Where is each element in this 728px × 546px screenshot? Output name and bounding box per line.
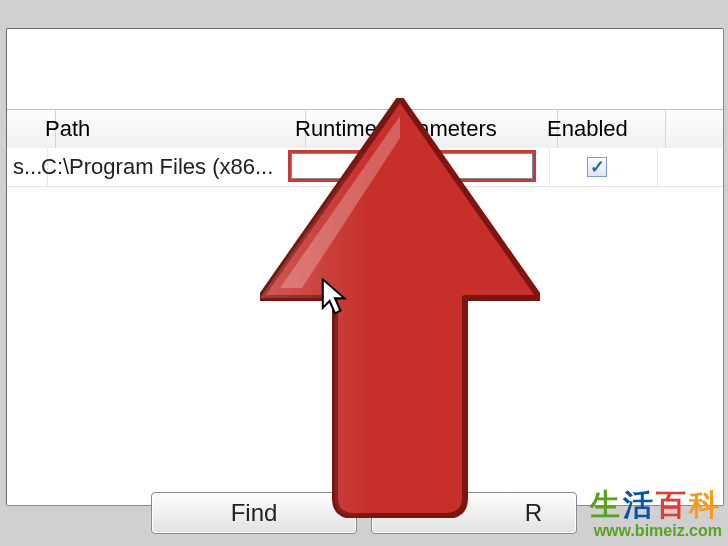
second-button[interactable]: placeholder R (371, 492, 577, 534)
header-enabled[interactable]: Enabled (537, 110, 666, 148)
window-frame: Path Runtime Parameters Enabled s... C:\… (0, 0, 728, 546)
cell-enabled[interactable]: ✓ (537, 148, 658, 186)
settings-panel: Path Runtime Parameters Enabled s... C:\… (6, 28, 724, 506)
enabled-checkbox[interactable]: ✓ (587, 157, 607, 177)
runtime-parameters-input[interactable] (291, 153, 533, 179)
table-header-row: Path Runtime Parameters Enabled (7, 109, 723, 149)
second-button-visible-text: R (525, 499, 542, 527)
button-bar: Find placeholder R (0, 492, 728, 536)
header-runtime-parameters[interactable]: Runtime Parameters (285, 110, 558, 148)
cell-path: C:\Program Files (x86... (35, 148, 294, 186)
checkmark-icon: ✓ (590, 156, 605, 178)
find-button[interactable]: Find (151, 492, 357, 534)
runtime-parameters-edit-highlight (288, 150, 536, 182)
header-path[interactable]: Path (35, 110, 306, 148)
